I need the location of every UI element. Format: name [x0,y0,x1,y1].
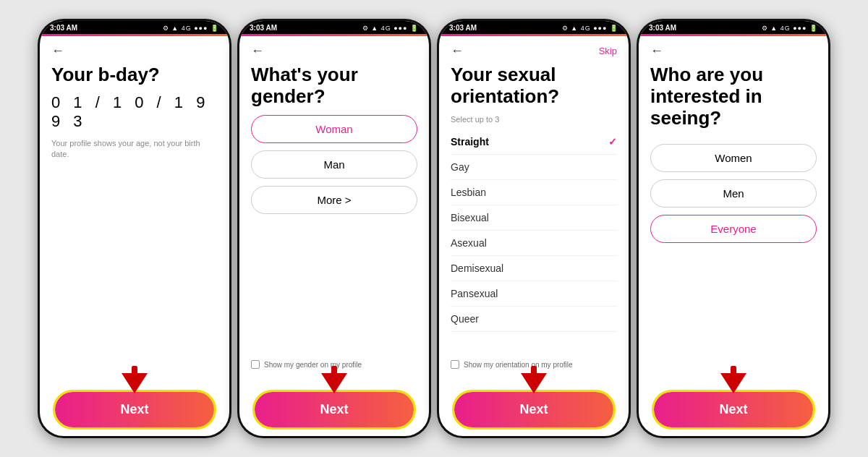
bottom-area-4: Next [639,373,828,436]
status-time-1: 3:03 AM [50,24,77,32]
orientation-demisexual[interactable]: Demisexual [451,256,617,281]
orientation-list: Straight ✓ Gay Lesbian Bisexual Asexual [451,129,617,354]
bday-note: Your profile shows your age, not your bi… [51,138,218,161]
orientation-checkbox-label: Show my orientation on my profile [464,361,573,369]
orientation-asexual[interactable]: Asexual [451,231,617,256]
gender-more-btn[interactable]: More > [251,186,417,214]
back-button-4[interactable]: ← [650,43,817,59]
gender-woman-btn[interactable]: Woman [251,115,417,143]
phone-2: 3:03 AM ⚙ ▲ 4G ●●● 🔋 ← What's your gende… [237,19,431,438]
interest-women-btn[interactable]: Women [650,144,817,172]
bday-value: 0 1 / 1 0 / 1 9 9 3 [51,93,218,131]
next-button-4[interactable]: Next [654,392,813,427]
arrow-indicator-3 [521,373,547,393]
back-button-3[interactable]: ← [451,43,464,59]
arrow-indicator-4 [720,373,746,393]
bottom-area-2: Next [239,373,429,436]
status-icons-3: ⚙ ▲ 4G ●●● 🔋 [562,25,618,32]
status-time-2: 3:03 AM [250,24,277,32]
check-straight: ✓ [608,136,617,148]
status-bar-4: 3:03 AM ⚙ ▲ 4G ●●● 🔋 [639,21,828,34]
status-time-3: 3:03 AM [449,24,477,32]
interest-men-btn[interactable]: Men [650,179,817,208]
next-button-3[interactable]: Next [454,392,613,427]
phone-3: 3:03 AM ⚙ ▲ 4G ●●● 🔋 ← Skip Your sexual … [437,19,631,438]
screen-title-1: Your b-day? [51,64,218,86]
gender-checkbox[interactable] [251,360,260,369]
screen-title-3: Your sexual orientation? [451,64,617,108]
orientation-queer[interactable]: Queer [451,307,617,332]
orientation-pansexual[interactable]: Pansexual [451,281,617,307]
next-button-1[interactable]: Next [55,392,214,427]
skip-link-3[interactable]: Skip [599,46,617,56]
header-row-3: ← Skip [451,43,617,59]
bottom-area-1: Next [40,373,229,436]
phone-4: 3:03 AM ⚙ ▲ 4G ●●● 🔋 ← Who are you inter… [637,19,830,438]
arrow-indicator-2 [321,373,347,393]
phones-container: 3:03 AM ⚙ ▲ 4G ●●● 🔋 ← Your b-day? 0 1 /… [30,12,838,445]
next-button-2[interactable]: Next [255,392,414,427]
orientation-straight[interactable]: Straight ✓ [451,129,617,155]
back-button-1[interactable]: ← [51,43,218,59]
status-bar-3: 3:03 AM ⚙ ▲ 4G ●●● 🔋 [439,21,629,34]
screen-title-2: What's your gender? [251,64,417,108]
status-bar-1: 3:03 AM ⚙ ▲ 4G ●●● 🔋 [40,21,229,34]
orientation-checkbox[interactable] [451,360,459,369]
phone-1: 3:03 AM ⚙ ▲ 4G ●●● 🔋 ← Your b-day? 0 1 /… [38,19,231,438]
status-icons-1: ⚙ ▲ 4G ●●● 🔋 [163,25,219,32]
arrow-indicator-1 [122,373,148,393]
back-button-2[interactable]: ← [251,43,417,59]
screen-content-1: ← Your b-day? 0 1 / 1 0 / 1 9 9 3 Your p… [40,36,229,373]
orientation-bisexual[interactable]: Bisexual [451,205,617,231]
interest-everyone-btn[interactable]: Everyone [650,215,817,243]
orientation-lesbian[interactable]: Lesbian [451,180,617,205]
gender-checkbox-label: Show my gender on my profile [264,361,362,369]
status-time-4: 3:03 AM [649,24,676,32]
interest-options: Women Men Everyone [650,144,817,250]
status-icons-2: ⚙ ▲ 4G ●●● 🔋 [362,25,419,32]
screen-content-4: ← Who are you interested in seeing? Wome… [639,36,828,373]
gender-man-btn[interactable]: Man [251,150,417,179]
status-bar-2: 3:03 AM ⚙ ▲ 4G ●●● 🔋 [239,21,429,34]
status-icons-4: ⚙ ▲ 4G ●●● 🔋 [762,25,818,32]
orientation-gay[interactable]: Gay [451,155,617,180]
screen-content-3: ← Skip Your sexual orientation? Select u… [439,36,629,373]
bottom-area-3: Next [439,373,629,436]
orientation-subtitle: Select up to 3 [451,115,617,124]
screen-title-4: Who are you interested in seeing? [650,64,817,129]
screen-content-2: ← What's your gender? Woman Man More > S… [239,36,429,373]
